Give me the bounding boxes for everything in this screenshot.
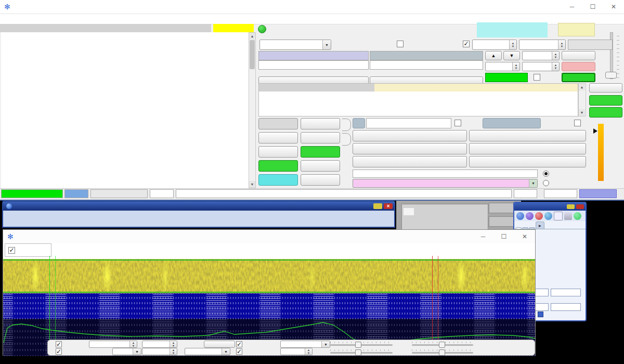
navg-spinner[interactable] <box>142 348 177 355</box>
minimize-icon[interactable]: ─ <box>562 0 582 14</box>
maximize-icon[interactable]: ☐ <box>493 230 514 243</box>
genmsg-radio[interactable] <box>543 171 549 177</box>
start-spinner[interactable] <box>142 341 177 348</box>
spinner-arrows-icon[interactable] <box>170 348 177 355</box>
gain2-slider[interactable] <box>330 352 393 354</box>
rx-message-table[interactable] <box>258 83 578 116</box>
power-slider-handle[interactable] <box>605 72 617 79</box>
tx-freq-spinner[interactable] <box>472 40 517 50</box>
minimize-icon[interactable] <box>567 204 575 209</box>
cl-spinner[interactable] <box>522 51 560 60</box>
rx-freq-spinner[interactable] <box>485 62 520 71</box>
recycle-icon[interactable] <box>574 212 581 220</box>
spinner-arrows-icon[interactable] <box>305 348 312 355</box>
scroll-up-icon[interactable]: ▲ <box>249 33 255 40</box>
globe-icon[interactable] <box>516 212 524 220</box>
filter-button[interactable] <box>301 160 340 172</box>
clear-button[interactable] <box>301 132 340 144</box>
scroll-thumb[interactable] <box>250 40 255 69</box>
tx-period-button[interactable] <box>558 23 595 36</box>
compass-icon[interactable] <box>526 212 534 220</box>
settings-titlebar[interactable] <box>514 203 586 211</box>
spinner-arrows-icon[interactable] <box>170 341 177 347</box>
dx-call-input[interactable] <box>366 118 451 128</box>
frequency-checkbox[interactable] <box>56 348 62 355</box>
tx-settings-button[interactable] <box>589 83 622 93</box>
spinner-arrows-icon[interactable] <box>509 40 516 49</box>
control-checkbox[interactable] <box>8 247 15 254</box>
macro-grid-button[interactable] <box>469 130 586 141</box>
chart-icon[interactable] <box>564 212 572 220</box>
chevron-down-icon[interactable] <box>133 348 141 355</box>
band-select[interactable] <box>259 40 331 50</box>
slider-handle[interactable] <box>355 342 361 348</box>
spot-checkbox[interactable] <box>397 41 404 47</box>
page-icon[interactable] <box>554 212 563 220</box>
macro-73-button[interactable] <box>469 156 586 167</box>
wide-graph-titlebar[interactable]: ✻ ─ ☐ ✕ <box>3 230 535 244</box>
chevron-down-icon[interactable] <box>322 40 331 49</box>
scroll-down-icon[interactable]: ▼ <box>579 109 585 116</box>
smooth-checkbox[interactable] <box>236 348 242 355</box>
tab-1[interactable] <box>342 119 351 131</box>
freemsg-radio[interactable] <box>543 180 549 186</box>
waterfall-display[interactable] <box>3 259 535 293</box>
spinner-arrows-icon[interactable] <box>512 62 519 71</box>
menu-checkbox[interactable] <box>463 41 470 47</box>
cq-small-button[interactable] <box>353 118 365 128</box>
gain-slider[interactable] <box>330 344 393 346</box>
tab-colors[interactable] <box>529 227 535 229</box>
spinner-arrows-icon[interactable] <box>129 341 137 347</box>
rst-sent-input[interactable] <box>551 303 581 311</box>
report-spinner[interactable] <box>519 40 566 50</box>
tab-more-icon[interactable]: ▸ <box>536 222 544 229</box>
phone-icon[interactable] <box>535 212 543 220</box>
macro-rr73-button[interactable] <box>353 156 467 167</box>
rx-scrollbar[interactable]: ▲ ▼ <box>578 83 586 116</box>
spectrum-spinner[interactable] <box>280 348 313 355</box>
tab-settings[interactable] <box>522 227 528 229</box>
palette-select[interactable] <box>185 348 230 355</box>
generated-message-input[interactable] <box>353 170 538 178</box>
search-checkbox[interactable] <box>534 74 540 81</box>
log-qso-button[interactable] <box>258 132 298 144</box>
decode-scrollbar[interactable]: ▲ ▼ <box>249 32 256 188</box>
close-icon[interactable]: ✕ <box>603 0 624 14</box>
macro-cq-button[interactable] <box>353 130 467 141</box>
maximize-icon[interactable]: ☐ <box>582 0 603 14</box>
slider-handle[interactable] <box>439 349 445 356</box>
macro-rdb-button[interactable] <box>469 143 586 154</box>
free-message-combo[interactable] <box>353 179 538 188</box>
tab-2[interactable] <box>342 133 351 146</box>
close-icon[interactable] <box>576 204 584 209</box>
dx-grid-field[interactable] <box>370 60 483 70</box>
close-icon[interactable]: ✕ <box>514 230 535 243</box>
decode-table[interactable] <box>1 32 249 188</box>
autotx-button[interactable] <box>562 62 595 71</box>
chevron-down-icon[interactable] <box>529 179 537 187</box>
chevron-down-icon[interactable] <box>222 348 230 355</box>
freq-up-button[interactable]: ▲ <box>485 51 502 60</box>
scroll-up-icon[interactable]: ▲ <box>579 84 585 90</box>
txrx-split-button[interactable] <box>485 73 528 82</box>
grid-icon[interactable] <box>544 212 552 220</box>
borders-checkbox[interactable] <box>56 341 62 347</box>
close-icon[interactable]: ✕ <box>384 203 393 209</box>
log-titlebar[interactable]: ✕ <box>3 202 394 211</box>
zero-slider[interactable] <box>412 344 473 346</box>
spinner-arrows-icon[interactable] <box>552 51 559 60</box>
mark-side-select[interactable] <box>112 348 141 355</box>
slider-handle[interactable] <box>439 342 445 348</box>
palette-setup-button[interactable] <box>204 341 235 348</box>
macro-search-button[interactable] <box>483 118 541 128</box>
bins-spinner[interactable] <box>89 341 137 348</box>
titlebar[interactable]: ✻ ─ ☐ ✕ <box>0 0 624 14</box>
tab-connect[interactable] <box>515 227 522 229</box>
proplok-checkbox[interactable] <box>574 120 581 126</box>
dt-spinner[interactable] <box>522 62 560 71</box>
nofilter-button[interactable] <box>589 107 622 118</box>
dx-call-field[interactable] <box>258 60 369 70</box>
sync-button[interactable] <box>258 146 298 158</box>
minimize-icon[interactable] <box>373 203 382 209</box>
hide-hints-checkbox[interactable] <box>538 311 543 317</box>
